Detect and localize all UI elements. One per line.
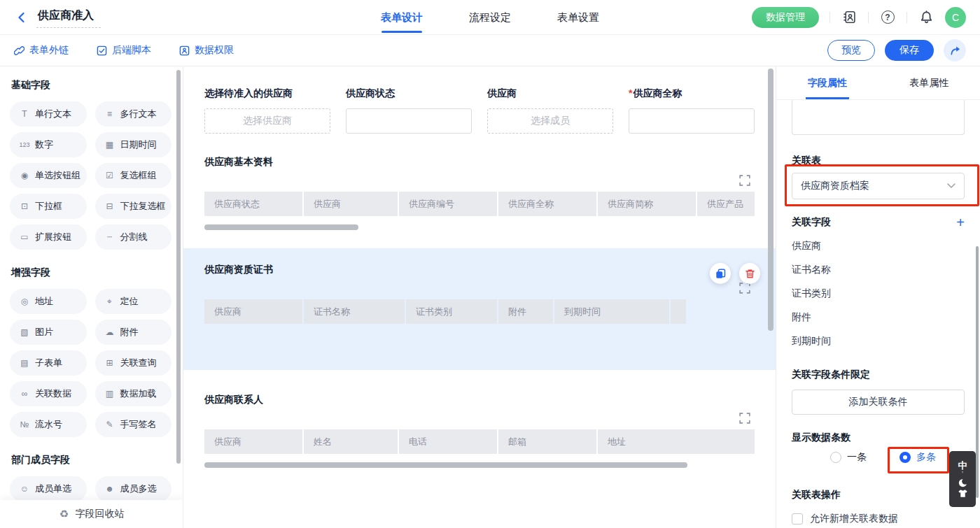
- column-header[interactable]: 附件: [498, 299, 553, 324]
- horizontal-scrollbar[interactable]: [204, 224, 358, 230]
- field-type-signature[interactable]: ✎手写签名: [95, 412, 172, 437]
- field-type-radio-group[interactable]: ◉单选按钮组: [10, 163, 87, 188]
- field-type-number[interactable]: 123数字: [10, 132, 87, 157]
- column-header[interactable]: 供应商: [204, 429, 302, 454]
- field-recycle-bin[interactable]: ♻ 字段回收站: [0, 500, 183, 528]
- radio-single-record[interactable]: 一条: [830, 451, 867, 464]
- help-icon[interactable]: ?: [879, 9, 896, 26]
- divider: [830, 12, 830, 23]
- supplier-picker-input[interactable]: 选择供应商: [204, 108, 330, 134]
- radio-multiple-records[interactable]: 多条: [899, 451, 936, 464]
- duplicate-section-button[interactable]: [710, 263, 731, 284]
- field-type-related-data[interactable]: ∞关联数据: [10, 381, 87, 406]
- field-type-location[interactable]: ⌖定位: [95, 289, 172, 314]
- form-field-supplier[interactable]: 供应商 选择成员: [487, 87, 613, 134]
- field-type-member-single[interactable]: ☺成员单选: [10, 476, 87, 501]
- related-field-item[interactable]: 到期时间: [792, 335, 965, 348]
- field-type-serial-number[interactable]: №流水号: [10, 412, 87, 437]
- section-supplier-certificates[interactable]: 供应商资质证书 供应商 证书名称 证书类别 附件 到期时间: [183, 248, 776, 370]
- field-type-extend-button[interactable]: ▭扩展按钮: [10, 224, 87, 250]
- column-header[interactable]: 电话: [399, 429, 497, 454]
- field-type-subform[interactable]: ▤子表单: [10, 350, 87, 376]
- column-header[interactable]: 供应商状态: [204, 192, 302, 216]
- form-external-link[interactable]: 表单外链: [14, 44, 69, 57]
- field-type-label: 手写签名: [120, 418, 157, 431]
- related-field-item[interactable]: 附件: [792, 311, 965, 324]
- column-header[interactable]: 地址: [598, 429, 755, 454]
- form-field-supplier-fullname[interactable]: *供应商全称: [629, 87, 755, 134]
- field-type-attachment[interactable]: ☁附件: [95, 320, 172, 345]
- column-header[interactable]: 姓名: [304, 429, 398, 454]
- field-type-multi-dropdown[interactable]: ⊟下拉复选框: [95, 194, 172, 219]
- column-header[interactable]: 证书类别: [406, 299, 497, 324]
- tab-flow-setting[interactable]: 流程设定: [469, 0, 511, 35]
- column-header[interactable]: 供应产品: [697, 192, 755, 216]
- fullscreen-expand-icon[interactable]: [739, 283, 750, 294]
- column-header[interactable]: 供应商: [304, 192, 398, 216]
- preview-button[interactable]: 预览: [827, 40, 875, 61]
- tab-form-setting[interactable]: 表单设置: [557, 0, 599, 35]
- form-title[interactable]: 供应商准入: [36, 7, 101, 28]
- column-header[interactable]: 到期时间: [554, 299, 669, 324]
- field-type-related-query[interactable]: ⊞关联查询: [95, 350, 172, 376]
- field-type-datetime[interactable]: ▦日期时间: [95, 132, 172, 157]
- share-button[interactable]: [944, 39, 966, 62]
- contacts-book-icon[interactable]: [841, 9, 858, 26]
- allow-add-related-data-checkbox[interactable]: 允许新增关联表数据: [792, 513, 965, 525]
- tab-form-design[interactable]: 表单设计: [381, 0, 423, 35]
- ime-toolbar[interactable]: 中 ʼ: [949, 451, 976, 507]
- related-field-item[interactable]: 证书类别: [792, 287, 965, 300]
- field-palette-sidebar: 基础字段 T单行文本 ≡多行文本 123数字 ▦日期时间 ◉单选按钮组 ☑复选框…: [0, 66, 183, 528]
- field-type-dropdown[interactable]: ⊡下拉框: [10, 194, 87, 219]
- column-header[interactable]: 供应商: [204, 299, 302, 324]
- add-related-field-button[interactable]: +: [956, 217, 965, 228]
- column-header[interactable]: 供应商全称: [498, 192, 596, 216]
- related-field-item[interactable]: 证书名称: [792, 264, 965, 276]
- section-supplier-basic-info[interactable]: 供应商基本资料 供应商状态 供应商 供应商编号 供应商全称 供应商简称 供应产品: [183, 141, 776, 240]
- tab-field-properties[interactable]: 字段属性: [776, 66, 878, 99]
- horizontal-scrollbar[interactable]: [204, 462, 687, 468]
- top-header: 供应商准入 表单设计 流程设定 表单设置 数据管理 ?: [0, 0, 980, 35]
- column-header[interactable]: 证书名称: [304, 299, 405, 324]
- field-type-label: 关联数据: [35, 387, 71, 400]
- field-type-label: 下拉框: [35, 200, 62, 213]
- number-icon: 123: [19, 141, 30, 148]
- form-field-select-supplier[interactable]: 选择待准入的供应商 选择供应商: [204, 87, 330, 134]
- field-type-address[interactable]: ◎地址: [10, 289, 87, 314]
- field-title-input-cutoff[interactable]: [792, 100, 965, 135]
- field-type-divider-line[interactable]: ┄分割线: [95, 224, 172, 250]
- supplier-status-input[interactable]: [346, 108, 472, 134]
- save-button[interactable]: 保存: [885, 40, 934, 61]
- data-permission-link[interactable]: 数据权限: [179, 44, 234, 57]
- field-type-member-multi[interactable]: ☻成员多选: [95, 476, 172, 501]
- delete-section-button[interactable]: [739, 263, 760, 284]
- back-button[interactable]: [14, 10, 29, 25]
- column-header[interactable]: 供应商编号: [399, 192, 497, 216]
- field-type-image[interactable]: ▧图片: [10, 320, 87, 345]
- column-header[interactable]: 供应商简称: [598, 192, 696, 216]
- column-header[interactable]: 邮箱: [498, 429, 596, 454]
- tab-form-properties[interactable]: 表单属性: [878, 66, 980, 99]
- sidebar-scrollbar[interactable]: [176, 70, 181, 464]
- member-picker-input[interactable]: 选择成员: [487, 108, 613, 134]
- backend-script-link[interactable]: 后端脚本: [97, 44, 151, 57]
- related-field-item[interactable]: 供应商: [792, 240, 965, 252]
- data-manage-button[interactable]: 数据管理: [752, 7, 819, 28]
- notification-bell-icon[interactable]: [918, 9, 934, 26]
- field-type-multi-line-text[interactable]: ≡多行文本: [95, 101, 172, 127]
- user-avatar[interactable]: C: [945, 7, 966, 28]
- fullscreen-expand-icon[interactable]: [739, 175, 750, 186]
- field-type-data-load[interactable]: ▥数据加载: [95, 381, 172, 406]
- panel-scrollbar[interactable]: [976, 246, 979, 498]
- related-table-select[interactable]: 供应商资质档案: [792, 173, 965, 199]
- field-type-single-line-text[interactable]: T单行文本: [10, 101, 87, 127]
- add-condition-button[interactable]: 添加关联条件: [792, 390, 965, 415]
- form-field-supplier-status[interactable]: 供应商状态: [346, 87, 472, 134]
- fullscreen-expand-icon[interactable]: [739, 413, 750, 424]
- dropdown-icon: ⊡: [19, 201, 30, 211]
- field-type-checkbox-group[interactable]: ☑复选框组: [95, 163, 172, 188]
- script-icon: [97, 45, 107, 56]
- canvas-scrollbar[interactable]: [768, 69, 774, 331]
- supplier-fullname-input[interactable]: [629, 108, 755, 134]
- section-supplier-contacts[interactable]: 供应商联系人 供应商 姓名 电话 邮箱 地址: [183, 378, 776, 478]
